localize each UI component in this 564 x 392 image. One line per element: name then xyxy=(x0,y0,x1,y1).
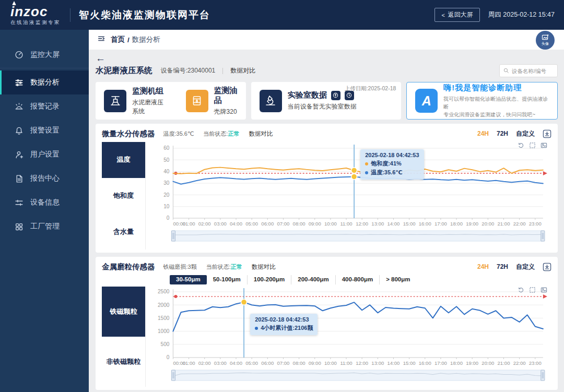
monitor-unit-group: 监测机组 水泥磨液压系统 xyxy=(104,86,167,116)
particle-chart[interactable]: 0500100015002000250000:0001:0002:0003:00… xyxy=(149,287,551,387)
tab-saturation[interactable]: 饱和度 xyxy=(102,178,145,214)
data-compare-link[interactable]: 数据对比 xyxy=(230,66,255,75)
svg-text:1500: 1500 xyxy=(158,315,170,321)
oil-barrel-icon xyxy=(186,90,208,112)
range-72h-button[interactable]: 72H xyxy=(497,263,508,270)
monitor-oil-title: 监测油品 xyxy=(214,86,238,105)
zoom-select-icon[interactable] xyxy=(529,287,536,293)
svg-text:21:00: 21:00 xyxy=(498,221,510,227)
svg-text:11:00: 11:00 xyxy=(340,360,352,366)
svg-text:13:00: 13:00 xyxy=(371,221,384,227)
user-plus-icon xyxy=(15,150,24,159)
device-search-input[interactable] xyxy=(512,68,554,74)
chevron-left-icon: < xyxy=(441,12,444,18)
user-avatar[interactable]: 头像 xyxy=(536,31,555,50)
restore-icon[interactable] xyxy=(518,287,524,293)
return-big-screen-label: 返回大屏 xyxy=(448,10,473,19)
monitor-oil-group: 监测油品 壳牌320 xyxy=(186,86,238,116)
sidebar-item-label: 用户设置 xyxy=(30,150,60,159)
svg-text:04:00: 04:00 xyxy=(230,360,242,366)
svg-text:07:00: 07:00 xyxy=(277,360,289,366)
particle-sensor-panel: 金属磨粒传感器 铁磁磨损:3颗 当前状态:正常 数据对比 24H 72H 自定义 xyxy=(96,257,558,390)
sidebar-item-report-center[interactable]: 报告中心 xyxy=(0,167,89,191)
range-24h-button[interactable]: 24H xyxy=(477,263,489,270)
sidebar-item-factory-management[interactable]: 工厂管理 xyxy=(0,215,89,239)
monitor-unit-card: 监测机组 水泥磨液压系统 监测油品 壳牌320 xyxy=(96,82,246,120)
svg-text:09:00: 09:00 xyxy=(309,221,321,227)
sidebar-nav: 监控大屏 数据分析 报警记录 报警设置 xyxy=(0,30,89,392)
svg-text:22:00: 22:00 xyxy=(513,360,526,366)
breadcrumb-home[interactable]: 首页 xyxy=(111,35,125,44)
svg-text:20: 20 xyxy=(163,192,170,198)
svg-text:23:00: 23:00 xyxy=(529,221,542,227)
range-custom-button[interactable]: 自定义 xyxy=(516,129,535,138)
chart-toolbox xyxy=(518,287,547,293)
moisture-panel-title: 微量水分传感器 xyxy=(102,129,155,139)
svg-text:30: 30 xyxy=(163,181,170,186)
sidebar-item-data-analysis[interactable]: 数据分析 xyxy=(0,70,89,94)
svg-text:18:00: 18:00 xyxy=(450,360,463,366)
svg-text:1000: 1000 xyxy=(158,328,170,334)
svg-text:21:00: 21:00 xyxy=(498,360,510,366)
svg-text:500: 500 xyxy=(161,341,170,347)
download-icon[interactable] xyxy=(543,129,551,138)
save-image-icon[interactable] xyxy=(540,287,547,293)
status-badge: 正常 xyxy=(231,264,242,270)
size-tab-100-200[interactable]: 100-200μm xyxy=(248,275,291,284)
download-icon[interactable] xyxy=(543,263,551,271)
save-image-icon[interactable] xyxy=(540,142,547,149)
sidebar-item-label: 工厂管理 xyxy=(30,222,60,231)
svg-text:16:00: 16:00 xyxy=(419,360,431,366)
restore-icon[interactable] xyxy=(518,142,524,149)
tab-ferromagnetic[interactable]: 铁磁颗粒 xyxy=(102,287,145,337)
svg-text:05:00: 05:00 xyxy=(245,221,258,227)
collapse-menu-icon[interactable] xyxy=(97,34,105,45)
size-tab-50-100[interactable]: 50-100μm xyxy=(207,275,248,284)
zoom-select-icon[interactable] xyxy=(529,142,536,149)
size-tab-400-800[interactable]: 400-800μm xyxy=(336,275,380,284)
sidebar-item-label: 监控大屏 xyxy=(30,50,60,60)
bell-icon xyxy=(15,126,24,135)
moisture-compare-link[interactable]: 数据对比 xyxy=(249,130,273,138)
svg-text:12:00: 12:00 xyxy=(356,360,368,366)
svg-text:04:00: 04:00 xyxy=(230,221,242,227)
svg-text:03:00: 03:00 xyxy=(214,360,227,366)
tab-non-ferromagnetic[interactable]: 非铁磁颗粒 xyxy=(102,337,145,387)
range-72h-button[interactable]: 72H xyxy=(497,130,508,137)
upload-icon[interactable] xyxy=(331,91,340,100)
sidebar-item-device-info[interactable]: 设备信息 xyxy=(0,191,89,215)
sidebar-item-user-settings[interactable]: 用户设置 xyxy=(0,142,89,167)
sidebar-item-label: 设备信息 xyxy=(30,198,60,207)
sidebar-item-alarm-record[interactable]: 报警记录 xyxy=(0,94,89,118)
moisture-chart[interactable]: 010203040506000:0001:0002:0003:0004:0005… xyxy=(149,142,551,250)
alarm-light-icon xyxy=(15,102,24,111)
svg-text:16:00: 16:00 xyxy=(419,221,431,227)
device-number: 设备编号:23040001 xyxy=(161,66,216,75)
size-tab-30-50[interactable]: 30-50μm xyxy=(170,275,207,284)
back-arrow-icon[interactable]: ← xyxy=(96,53,105,63)
datetime-display: 周四 2025-02-12 15:47 xyxy=(488,10,555,19)
particle-panel-title: 金属磨粒传感器 xyxy=(102,262,155,272)
svg-text:20:00: 20:00 xyxy=(481,221,494,227)
tab-water-content[interactable]: 含水量 xyxy=(102,213,145,250)
sidebar-item-monitor-screen[interactable]: 监控大屏 xyxy=(0,41,89,68)
tab-temperature[interactable]: 温度 xyxy=(102,142,145,178)
ai-assistant-card[interactable]: A 嗨!我是智能诊断助理 我可以帮你智能化诊断油品状态、提供油液诊断 专业化润滑… xyxy=(406,82,558,120)
return-big-screen-button[interactable]: < 返回大屏 xyxy=(434,8,479,22)
lab-data-subtitle: 当前设备暂无实验室数据 xyxy=(288,102,357,111)
breadcrumb-current[interactable]: 数据分析 xyxy=(132,35,160,44)
ai-desc-line1: 我可以帮你智能化诊断油品状态、提供油液诊断 xyxy=(443,95,549,111)
moisture-status: 当前状态:正常 xyxy=(203,130,239,138)
gauge-icon xyxy=(15,50,24,59)
svg-text:23:00: 23:00 xyxy=(529,360,542,366)
ai-logo-icon: A xyxy=(415,89,438,113)
size-tab-200-400[interactable]: 200-400μm xyxy=(291,275,335,284)
range-custom-button[interactable]: 自定义 xyxy=(516,263,535,271)
ai-desc-line2: 专业化润滑设备监测建议，快问问我吧~ xyxy=(443,111,549,118)
ai-assistant-title: 嗨!我是智能诊断助理 xyxy=(443,83,549,93)
sidebar-item-alarm-settings[interactable]: 报警设置 xyxy=(0,118,89,142)
particle-compare-link[interactable]: 数据对比 xyxy=(252,263,276,271)
range-24h-button[interactable]: 24H xyxy=(477,130,489,137)
size-tab-800plus[interactable]: > 800μm xyxy=(380,275,416,284)
svg-text:10:00: 10:00 xyxy=(324,221,337,227)
